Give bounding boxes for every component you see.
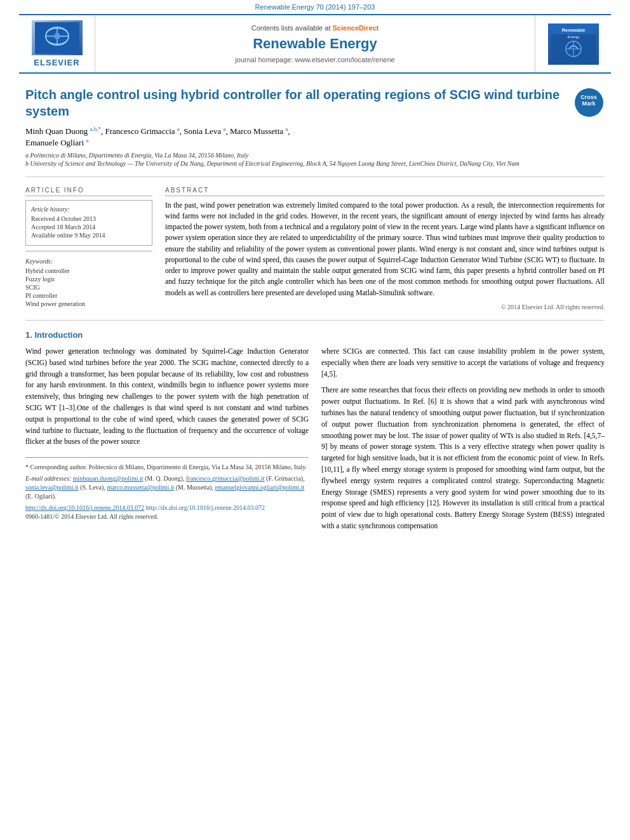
re-logo-box: Renewable Energy: [548, 23, 599, 65]
svg-text:Renewable: Renewable: [561, 28, 585, 32]
available-date: Available online 9 May 2014: [31, 232, 147, 239]
author-leva: Sonia Leva a: [184, 126, 225, 136]
abstract-header: ABSTRACT: [165, 187, 605, 196]
svg-text:Cross: Cross: [580, 94, 597, 100]
abstract-text: In the past, wind power penetration was …: [165, 200, 605, 298]
intro-left-column: Wind power generation technology was dom…: [25, 346, 309, 537]
keyword-1: Hybrid controller: [25, 267, 152, 274]
intro-section-title: 1. Introduction: [25, 330, 605, 340]
journal-homepage: journal homepage: www.elsevier.com/locat…: [235, 56, 394, 63]
journal-header: ELSEVIER Contents lists available at Sci…: [19, 14, 611, 74]
keyword-3: SCIG: [25, 284, 152, 291]
journal-ref-text: Renewable Energy 70 (2014) 197–203: [255, 3, 375, 11]
copyright: © 2014 Elsevier Ltd. All rights reserved…: [165, 303, 605, 310]
journal-title: Renewable Energy: [253, 36, 377, 52]
intro-title: Introduction: [34, 330, 83, 340]
keywords-section: Keywords: Hybrid controller Fuzzy logic …: [25, 258, 152, 307]
accepted-date: Accepted 18 March 2014: [31, 223, 147, 230]
intro-right-text-2: There are some researches that focus the…: [321, 385, 605, 532]
journal-center-info: Contents lists available at ScienceDirec…: [95, 15, 535, 72]
elsevier-logo-image: [32, 20, 83, 55]
science-direct-link[interactable]: ScienceDirect: [333, 24, 379, 32]
intro-right-column: where SCIGs are connected. This fact can…: [321, 346, 605, 537]
svg-point-4: [54, 33, 60, 39]
elsevier-logo: ELSEVIER: [19, 15, 95, 72]
article-info-header: ARTICLE INFO: [25, 187, 152, 196]
email-footnote: E-mail addresses: minhquan.duong@polimi.…: [25, 474, 309, 501]
intro-number: 1.: [25, 330, 32, 340]
paper-title: Pitch angle control using hybrid control…: [25, 86, 563, 119]
author-minh: Minh Quan Duong a,b,*: [25, 126, 101, 136]
affiliation-b: b University of Science and Technology —…: [25, 160, 605, 167]
issn-line: 0960-1481/© 2014 Elsevier Ltd. All right…: [25, 512, 309, 521]
article-info-column: ARTICLE INFO Article history: Received 4…: [25, 187, 152, 310]
elsevier-wordmark: ELSEVIER: [34, 58, 79, 67]
article-history-box: Article history: Received 4 October 2013…: [25, 200, 152, 246]
introduction-section: 1. Introduction Wind power generation te…: [25, 330, 605, 537]
received-date: Received 4 October 2013: [31, 215, 147, 222]
keyword-5: Wind power generation: [25, 300, 152, 307]
article-history-label: Article history:: [31, 206, 147, 213]
corresponding-author-note: * Corresponding author. Politecnico di M…: [25, 463, 309, 472]
crossmark-logo: Cross Mark: [573, 86, 605, 118]
abstract-column: ABSTRACT In the past, wind power penetra…: [165, 187, 605, 310]
keyword-4: PI controller: [25, 292, 152, 299]
crossmark-badge: Cross Mark: [575, 88, 603, 117]
author-ogliari: Emanuele Ogliari a: [25, 138, 88, 147]
affiliations: a Politecnico di Milano, Dipartimento di…: [25, 152, 605, 167]
footnote-section: * Corresponding author. Politecnico di M…: [25, 457, 309, 521]
paper-content: Pitch angle control using hybrid control…: [0, 74, 630, 550]
paper-title-section: Pitch angle control using hybrid control…: [25, 86, 605, 119]
renewable-energy-logo: Renewable Energy: [535, 15, 611, 72]
corresponding-text: Corresponding author. Politecnico di Mil…: [30, 463, 307, 470]
keyword-2: Fuzzy logic: [25, 276, 152, 283]
author-mussetta: Marco Mussetta a: [230, 126, 288, 136]
keywords-label: Keywords:: [25, 258, 152, 265]
svg-text:Mark: Mark: [582, 100, 596, 107]
affiliation-a: a Politecnico di Milano, Dipartimento di…: [25, 152, 605, 159]
author-grimaccia: Francesco Grimaccia a: [105, 126, 179, 136]
intro-left-text: Wind power generation technology was dom…: [25, 346, 309, 448]
intro-right-text-1: where SCIGs are connected. This fact can…: [321, 346, 605, 380]
intro-two-column: Wind power generation technology was dom…: [25, 346, 605, 537]
divider-2: [25, 320, 605, 321]
email-label: E-mail addresses:: [25, 475, 71, 482]
divider-1: [25, 177, 605, 177]
authors: Minh Quan Duong a,b,*, Francesco Grimacc…: [25, 126, 605, 148]
doi-text: http://dx.doi.org/10.1016/j.renene.2014.…: [146, 504, 265, 511]
corresponding-star: *: [25, 463, 30, 470]
contents-available-text: Contents lists available at: [251, 24, 331, 32]
science-direct-line: Contents lists available at ScienceDirec…: [251, 24, 379, 32]
article-info-abstract-section: ARTICLE INFO Article history: Received 4…: [25, 187, 605, 310]
journal-reference-bar: Renewable Energy 70 (2014) 197–203: [0, 0, 630, 14]
svg-text:Energy: Energy: [567, 35, 579, 39]
doi-line: http://dx.doi.org/10.1016/j.renene.2014.…: [25, 503, 309, 512]
